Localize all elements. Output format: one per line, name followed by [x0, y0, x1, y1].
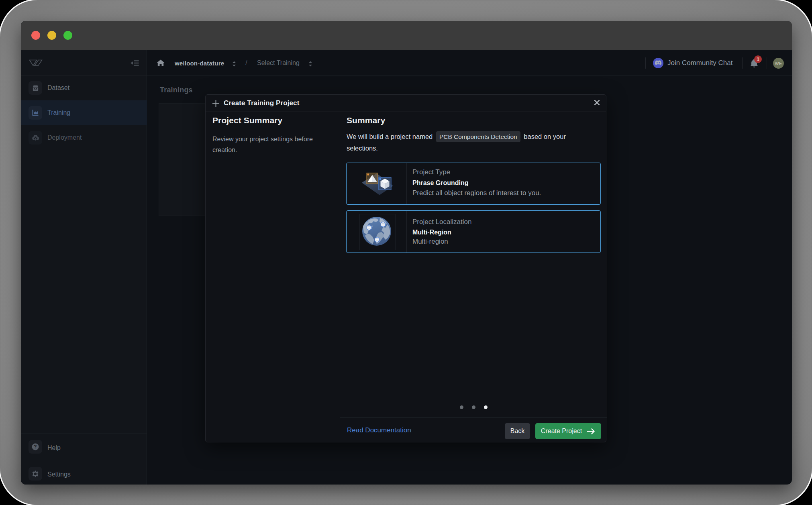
svg-text:?: ?: [34, 444, 37, 450]
